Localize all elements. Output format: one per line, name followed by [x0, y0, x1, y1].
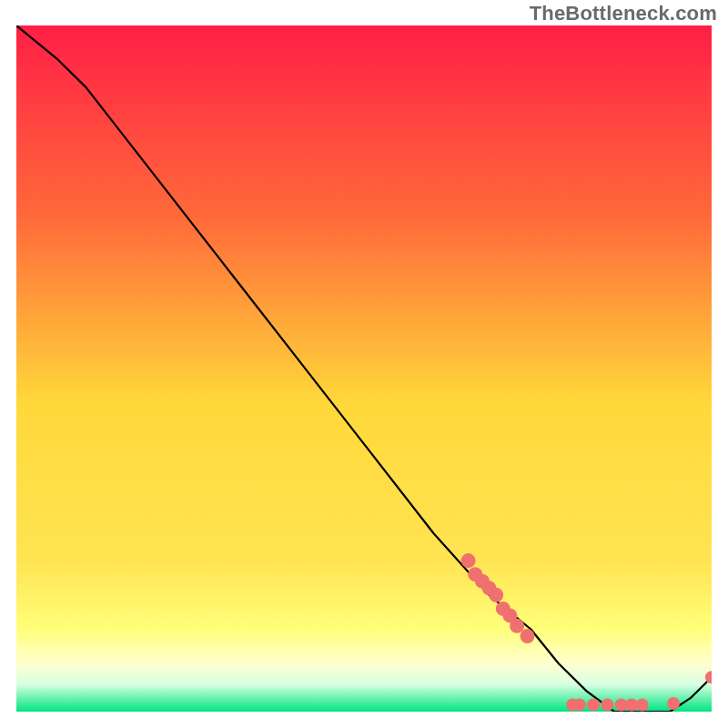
chart-svg	[16, 25, 712, 712]
data-point	[510, 619, 524, 633]
plot-area	[16, 25, 712, 712]
watermark-text: TheBottleneck.com	[530, 2, 717, 25]
data-point	[636, 699, 649, 712]
gradient-background	[16, 25, 712, 712]
data-point	[489, 588, 503, 602]
data-point	[587, 699, 600, 712]
data-point	[667, 697, 680, 710]
data-point	[573, 699, 586, 712]
data-point	[601, 699, 613, 712]
data-point	[461, 553, 476, 568]
chart-container: TheBottleneck.com	[0, 0, 728, 728]
data-point	[521, 629, 535, 643]
